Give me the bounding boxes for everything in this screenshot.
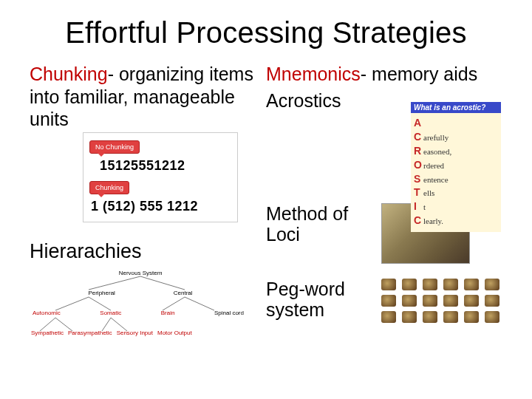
tree-node: Motor Output bbox=[156, 329, 194, 337]
svg-line-0 bbox=[89, 276, 140, 290]
tree-node: Central bbox=[172, 289, 194, 297]
chunked-number: 1 (512) 555 1212 bbox=[91, 199, 231, 214]
chunking-blurb: Chunking- organizing items into familiar… bbox=[30, 63, 260, 131]
acrostic-line: Reasoned, bbox=[414, 144, 497, 158]
svg-line-1 bbox=[140, 276, 185, 290]
mnemonics-rest: - memory aids bbox=[361, 64, 477, 84]
mnemonics-term: Mnemonics bbox=[266, 64, 361, 84]
chunking-term: Chunking bbox=[30, 64, 108, 84]
mnemonics-blurb: Mnemonics- memory aids bbox=[266, 63, 502, 86]
acrostic-line: Carefully bbox=[414, 130, 497, 144]
tree-node: Nervous System bbox=[117, 269, 164, 277]
tree-node: Sympathetic bbox=[30, 329, 65, 337]
tree-row-root: Nervous System bbox=[30, 269, 251, 277]
acrostic-card: What is an acrostic? A Carefully Reasone… bbox=[411, 102, 501, 232]
acrostic-line: Sentence bbox=[414, 172, 497, 186]
unchunked-number: 15125551212 bbox=[100, 158, 231, 174]
tree-row-1: Peripheral Central bbox=[30, 289, 251, 297]
acrostic-line: Clearly. bbox=[414, 214, 497, 228]
peg-label: Peg-word system bbox=[266, 279, 369, 321]
chunking-graphic: No Chunking 15125551212 Chunking 1 (512)… bbox=[83, 132, 238, 222]
left-column: Chunking- organizing items into familiar… bbox=[30, 63, 260, 341]
tree-node: Autonomic bbox=[31, 309, 62, 317]
tree-row-2: Autonomic Somatic Brain Spinal cord bbox=[30, 309, 251, 317]
acrostic-line: Tells bbox=[414, 185, 497, 200]
tree-node: Spinal cord bbox=[213, 309, 245, 317]
slide: Effortful Processing Strategies Chunking… bbox=[0, 0, 532, 355]
peg-row: Peg-word system bbox=[266, 279, 502, 326]
no-chunking-tag: No Chunking bbox=[89, 140, 140, 154]
tree-node: Brain bbox=[160, 309, 177, 317]
acrostic-header: What is an acrostic? bbox=[411, 102, 501, 113]
tree-node: Sensory Input bbox=[115, 329, 154, 337]
peg-word-image bbox=[381, 279, 502, 326]
tree-node: Somatic bbox=[98, 309, 123, 317]
acrostic-body: A Carefully Reasoned, Ordered Sentence T… bbox=[411, 113, 501, 232]
slide-title: Effortful Processing Strategies bbox=[30, 16, 502, 50]
loci-label: Method of Loci bbox=[266, 203, 369, 246]
acrostic-line: It bbox=[414, 200, 497, 214]
hierarchy-tree: Nervous System Peripheral Central Autono… bbox=[30, 269, 251, 337]
tree-node: Parasympathetic bbox=[66, 329, 114, 337]
acrostic-line: A bbox=[414, 116, 497, 130]
acrostic-line: Ordered bbox=[414, 158, 497, 172]
chunking-tag: Chunking bbox=[89, 181, 129, 194]
tree-node: Peripheral bbox=[86, 289, 116, 297]
hierarchies-heading: Hierarachies bbox=[30, 240, 260, 263]
tree-row-3: Sympathetic Parasympathetic Sensory Inpu… bbox=[30, 329, 251, 337]
